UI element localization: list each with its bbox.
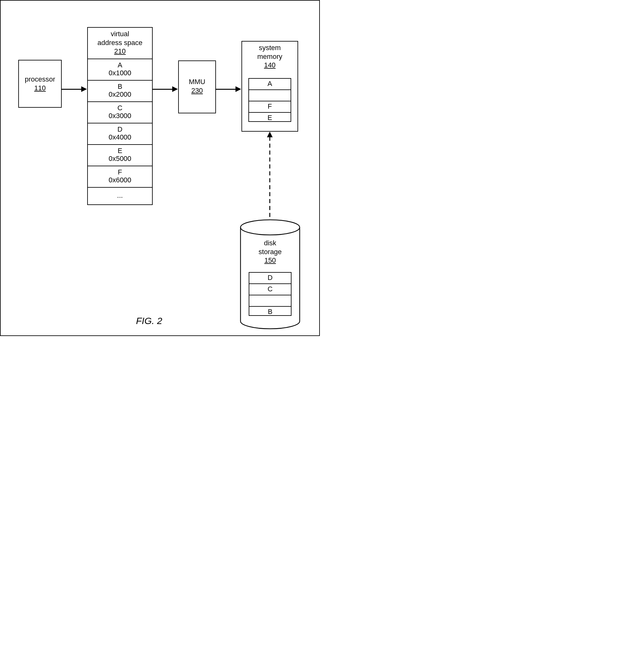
memory-row: F xyxy=(249,101,291,112)
disk-rows: DCB xyxy=(249,272,291,316)
vspace-row: D0x4000 xyxy=(88,123,152,144)
disk-row: D xyxy=(249,273,291,283)
arrow-line xyxy=(153,89,172,90)
memory-row: A xyxy=(249,79,291,89)
processor-label: processor xyxy=(25,75,55,83)
memory-row: E xyxy=(249,112,291,124)
page-letter: C xyxy=(117,104,122,112)
memory-label-l1: system xyxy=(259,44,281,52)
mmu-box: MMU 230 xyxy=(178,60,216,113)
vspace-label-l1: virtual xyxy=(111,30,129,38)
mmu-ref: 230 xyxy=(191,87,203,95)
memory-ref: 140 xyxy=(264,61,276,69)
disk-header: disk storage 150 xyxy=(239,239,301,265)
mmu-label: MMU xyxy=(189,78,206,86)
disk-ref: 150 xyxy=(264,256,276,264)
virtual-address-space-box: virtual address space 210 A0x1000B0x2000… xyxy=(87,27,153,205)
page-letter: F xyxy=(118,168,122,176)
page-address: 0x6000 xyxy=(108,176,131,184)
processor-ref: 110 xyxy=(34,84,46,92)
page-letter: E xyxy=(118,147,122,155)
page-letter: D xyxy=(117,125,122,133)
page-letter: B xyxy=(118,83,122,90)
disk-label-l2: storage xyxy=(259,248,281,256)
vspace-row: A0x1000 xyxy=(88,59,152,80)
dashed-arrow xyxy=(267,132,273,222)
arrow-head-icon xyxy=(172,86,178,92)
page-address: 0x1000 xyxy=(108,69,131,77)
memory-row xyxy=(249,89,291,101)
page-letter: A xyxy=(118,61,122,69)
arrow-line xyxy=(62,89,81,90)
vspace-row: E0x5000 xyxy=(88,144,152,166)
page-address: 0x2000 xyxy=(108,90,131,98)
page-address: 0x5000 xyxy=(108,155,131,162)
vspace-row: C0x3000 xyxy=(88,101,152,123)
page-address: 0x4000 xyxy=(108,133,131,141)
memory-label-l2: memory xyxy=(257,53,282,60)
arrow-head-icon xyxy=(235,86,241,92)
processor-box: processor 110 xyxy=(18,60,62,108)
disk-row: C xyxy=(249,283,291,295)
vspace-row: F0x6000 xyxy=(88,166,152,187)
figure-caption: FIG. 2 xyxy=(136,316,162,326)
disk-row: B xyxy=(249,306,291,317)
disk-label-l1: disk xyxy=(264,239,276,247)
vspace-ref: 210 xyxy=(114,47,126,55)
page-address: 0x3000 xyxy=(108,112,131,120)
arrow-line xyxy=(216,89,235,90)
arrow-head-icon xyxy=(81,86,87,92)
figure-canvas: processor 110 virtual address space 210 … xyxy=(0,0,320,336)
arrow-head-icon xyxy=(267,132,273,137)
vspace-row: B0x2000 xyxy=(88,80,152,101)
system-memory-box: system memory 140 AFE xyxy=(242,41,298,132)
vspace-more: ... xyxy=(88,187,152,205)
vspace-label-l2: address space xyxy=(97,39,142,47)
disk-row xyxy=(249,295,291,306)
